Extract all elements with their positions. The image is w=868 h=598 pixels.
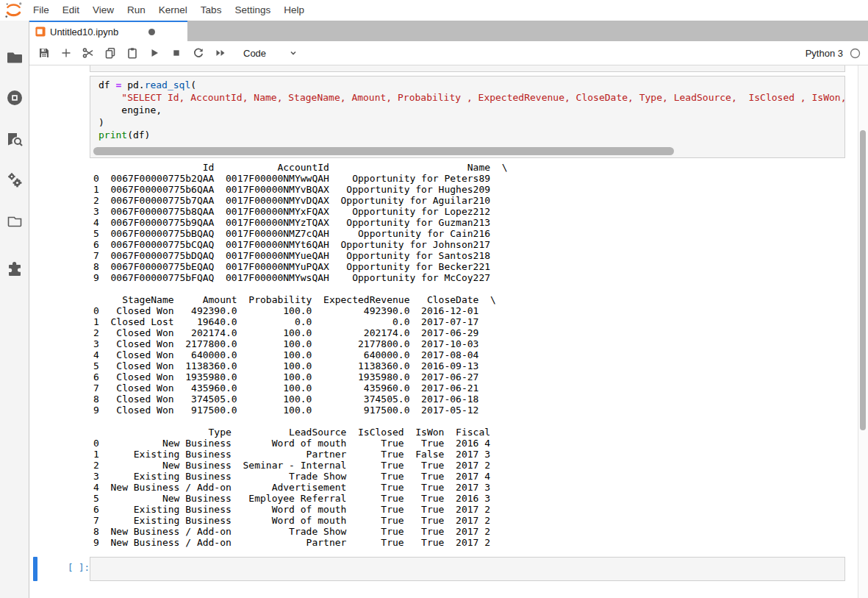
tab-untitled10[interactable]: Untitled10.ipynb xyxy=(29,21,187,41)
menu-item-run[interactable]: Run xyxy=(121,0,152,21)
restart-kernel-icon xyxy=(193,47,204,59)
menu-bar: File Edit View Run Kernel Tabs Settings … xyxy=(0,0,868,21)
menu-item-help[interactable]: Help xyxy=(277,0,311,21)
copy-cells-button[interactable] xyxy=(99,43,121,63)
stop-icon xyxy=(171,47,182,59)
vertical-scrollbar[interactable] xyxy=(858,65,868,598)
menu-item-tabs[interactable]: Tabs xyxy=(194,0,229,21)
notebook-file-icon xyxy=(35,26,46,37)
save-button[interactable] xyxy=(33,43,55,63)
kernel-status-idle-icon[interactable] xyxy=(850,48,861,59)
tab-title: Untitled10.ipynb xyxy=(50,26,118,38)
previous-cell-partial xyxy=(90,65,845,72)
save-icon xyxy=(38,47,50,59)
cut-cells-button[interactable] xyxy=(77,43,99,63)
kernel-name[interactable]: Python 3 xyxy=(806,48,843,59)
run-icon xyxy=(148,47,160,59)
active-cell-collapser[interactable] xyxy=(33,557,37,581)
empty-input-prompt: [ ]: xyxy=(68,562,90,573)
code-lines: df = pd.read_sql( "SELECT Id, AccountId,… xyxy=(90,76,844,141)
menu-item-view[interactable]: View xyxy=(86,0,121,21)
running-kernels-icon[interactable] xyxy=(6,89,24,107)
notebook-toolbar: Code Python 3 xyxy=(29,41,868,65)
restart-run-all-button[interactable] xyxy=(209,43,232,63)
unsaved-changes-dot-icon[interactable] xyxy=(148,29,155,35)
extensions-icon[interactable] xyxy=(6,260,24,278)
vertical-scrollbar-thumb[interactable] xyxy=(860,130,866,430)
inspector-icon[interactable] xyxy=(6,130,24,148)
empty-cell-editor[interactable] xyxy=(90,557,845,581)
chevron-down-icon[interactable] xyxy=(288,48,298,58)
run-all-icon xyxy=(215,47,226,59)
menu-item-file[interactable]: File xyxy=(26,0,56,21)
tools-icon[interactable] xyxy=(6,171,24,189)
dock-tab-bar: Untitled10.ipynb xyxy=(29,21,868,41)
interrupt-kernel-button[interactable] xyxy=(165,43,187,63)
horizontal-scrollbar[interactable] xyxy=(93,147,842,155)
paste-cells-button[interactable] xyxy=(121,43,143,63)
cut-icon xyxy=(82,47,94,59)
cell-output-text: Id AccountId Name \ 0 0067F00000775b2QAA… xyxy=(93,162,508,548)
paste-icon xyxy=(126,47,138,59)
notebook-panel: [10]: df = pd.read_sql( "SELECT Id, Acco… xyxy=(29,65,868,598)
restart-kernel-button[interactable] xyxy=(187,43,209,63)
menu-item-settings[interactable]: Settings xyxy=(228,0,277,21)
jupyter-logo-icon xyxy=(4,1,24,20)
file-browser-icon[interactable] xyxy=(6,49,24,66)
add-cell-button[interactable] xyxy=(55,43,77,63)
menu-item-edit[interactable]: Edit xyxy=(56,0,86,21)
horizontal-scrollbar-thumb[interactable] xyxy=(93,147,674,155)
open-tabs-icon[interactable] xyxy=(6,213,24,230)
copy-icon xyxy=(104,47,116,59)
menu-item-kernel[interactable]: Kernel xyxy=(152,0,194,21)
add-cell-icon xyxy=(60,47,72,59)
left-sidebar xyxy=(0,21,29,598)
code-cell-editor[interactable]: df = pd.read_sql( "SELECT Id, AccountId,… xyxy=(90,76,845,158)
cell-type-dropdown[interactable]: Code xyxy=(243,48,266,59)
run-cell-button[interactable] xyxy=(143,43,165,63)
